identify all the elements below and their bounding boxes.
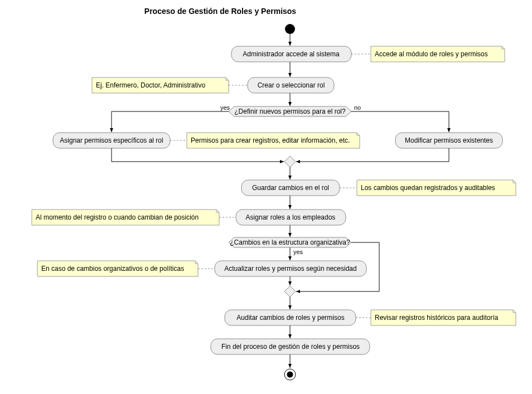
diagram-title: Proceso de Gestión de Roles y Permisos (144, 7, 297, 16)
merge-node-2 (284, 286, 296, 297)
note-update-label: En caso de cambios organizativos o de po… (41, 265, 184, 273)
note-access-label: Accede al módulo de roles y permisos (375, 50, 488, 58)
activity-audit-label: Auditar cambios de roles y permisos (236, 314, 344, 322)
activity-save-changes-label: Guardar cambios en el rol (252, 184, 329, 192)
activity-assign-roles-label: Asignar roles a los empleados (246, 213, 336, 221)
activity-assign-specific-label: Asignar permisos específicos al rol (60, 137, 163, 144)
activity-admin-access-label: Administrador accede al sistema (243, 50, 340, 58)
activity-create-role-label: Crear o seleccionar rol (258, 81, 325, 89)
end-node-inner (287, 372, 293, 378)
activity-update-roles-label: Actualizar roles y permisos según necesi… (224, 265, 356, 273)
edge-label-yes-2: yes (293, 249, 303, 255)
edge-label-no-1: no (354, 104, 361, 111)
flowchart-diagram: Proceso de Gestión de Roles y Permisos A… (0, 0, 532, 394)
activity-modify-existing-label: Modificar permisos existentes (405, 137, 493, 144)
merge-node-1 (284, 156, 296, 167)
note-audit-label: Revisar registros históricos para audito… (375, 314, 499, 322)
start-node (285, 24, 295, 34)
note-assign-specific-label: Permisos para crear registros, editar in… (191, 137, 350, 144)
decision-org-changes-label: ¿Cambios en la estructura organizativa? (230, 239, 350, 246)
note-save-label: Los cambios quedan registrados y auditab… (361, 184, 495, 192)
activity-end-process-label: Fin del proceso de gestión de roles y pe… (221, 343, 360, 351)
edge-label-yes-1: yes (220, 104, 230, 111)
decision-define-perms-label: ¿Definir nuevos permisos para el rol? (234, 108, 346, 115)
note-assign-roles-label: Al momento del registro o cuando cambian… (36, 213, 199, 221)
note-create-label: Ej. Enfermero, Doctor, Administrativo (96, 81, 205, 89)
